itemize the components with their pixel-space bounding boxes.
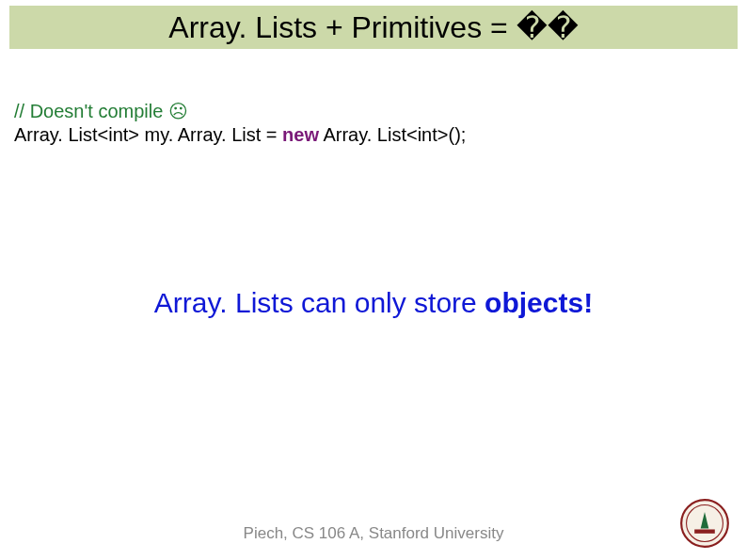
code-block: // Doesn't compile ☹ Array. List<int> my… [14,100,466,147]
code-keyword-new: new [282,124,319,145]
title-bar: Array. Lists + Primitives = �� [9,6,738,49]
code-line-post: Array. List<int>(); [319,124,466,145]
main-statement-bold: objects! [485,287,593,318]
slide-title: Array. Lists + Primitives = �� [168,9,578,45]
footer-text: Piech, CS 106 A, Stanford University [0,524,747,543]
code-line-pre: Array. List<int> my. Array. List = [14,124,282,145]
code-comment: // Doesn't compile ☹ [14,100,466,123]
code-line: Array. List<int> my. Array. List = new A… [14,123,466,147]
stanford-seal-icon [679,498,730,549]
main-statement: Array. Lists can only store objects! [0,287,747,319]
svg-rect-2 [694,529,715,533]
main-statement-pre: Array. Lists can only store [154,287,485,318]
